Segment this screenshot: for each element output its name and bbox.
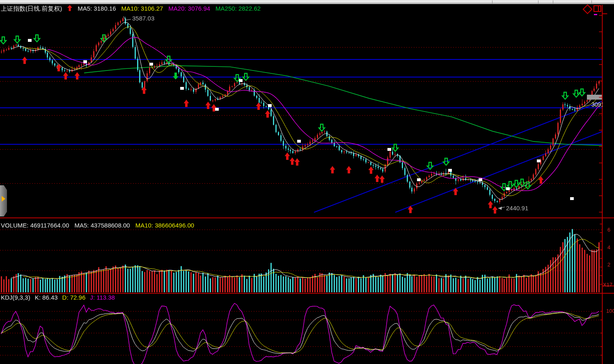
window-titlebar[interactable]	[0, 0, 614, 4]
last-price-label: 3091	[591, 101, 603, 107]
volume-value: VOLUME: 469117664.00	[1, 222, 69, 229]
kdj-k-value: K: 86.43	[35, 294, 58, 301]
split-line	[598, 6, 599, 11]
magenta-marker-icon	[594, 14, 597, 15]
chart-canvas[interactable]	[0, 0, 614, 364]
kdj-name: KDJ(9,3,3)	[1, 294, 30, 301]
kdj-axis-label-100: 100	[606, 308, 614, 314]
titlebar-separator	[538, 0, 538, 4]
trading-app-window: 上证指数(日线.前复权) MA5: 3180.16 MA10: 3106.27 …	[0, 0, 614, 364]
volume-axis-label-2: 2	[607, 262, 610, 268]
volume-axis-label-4: 4	[607, 245, 610, 250]
volume-ma5-value: MA5: 437588608.00	[75, 222, 130, 229]
sidebar-expand-handle[interactable]	[0, 185, 7, 216]
volume-ma10-value: MA10: 386606496.00	[135, 222, 194, 229]
split-window-icon[interactable]	[593, 5, 601, 12]
ma20-value: MA20: 3076.94	[168, 5, 210, 12]
main-legend: 上证指数(日线.前复权) MA5: 3180.16 MA10: 3106.27 …	[1, 5, 261, 12]
titlebar-separator	[492, 0, 493, 4]
ma250-value: MA250: 2822.62	[215, 5, 261, 12]
up-arrow-icon	[67, 5, 72, 12]
low-price-annotation: 2440.91	[506, 205, 528, 212]
expand-arrow-icon	[2, 196, 5, 202]
volume-axis-label-6: 6	[607, 227, 610, 233]
peak-price-annotation: 3587.03	[132, 15, 154, 22]
symbol-title: 上证指数(日线.前复权)	[1, 5, 62, 12]
volume-multiplier-label: X17	[603, 282, 612, 288]
kdj-d-value: D: 72.96	[62, 294, 86, 301]
volume-legend: VOLUME: 469117664.00 MA5: 437588608.00 M…	[1, 222, 194, 229]
kdj-legend: KDJ(9,3,3) K: 86.43 D: 72.96 J: 113.38	[1, 294, 115, 301]
ma10-value: MA10: 3106.27	[121, 5, 163, 12]
titlebar-separator	[591, 0, 592, 4]
titlebar-separator	[553, 0, 553, 4]
ma5-value: MA5: 3180.16	[78, 5, 116, 12]
kdj-j-value: J: 113.38	[90, 294, 115, 301]
